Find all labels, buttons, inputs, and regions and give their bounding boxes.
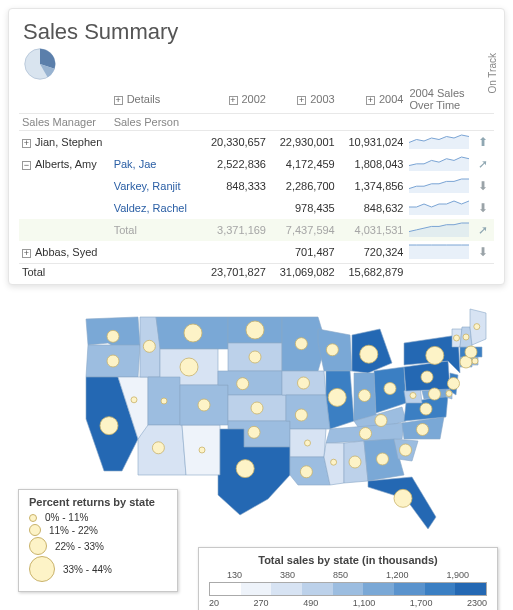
bubble-ca[interactable] [100,417,118,435]
legend-returns-row: 11% - 22% [29,524,167,536]
sales-person-link[interactable]: Varkey, Ranjit [114,180,181,192]
col-2003: 2003 [310,93,334,105]
bubble-mo[interactable] [295,409,307,421]
bubble-va[interactable] [420,403,432,415]
bubble-ma[interactable] [465,346,477,358]
bubble-ny[interactable] [426,346,444,364]
bubble-oh[interactable] [384,383,396,395]
bubble-in[interactable] [359,390,371,402]
bubble-tn[interactable] [360,428,372,440]
bubble-la[interactable] [300,466,312,478]
trend-arrow-icon: ➚ [475,219,494,241]
bubble-nm[interactable] [199,447,205,453]
sales-person-link[interactable]: Valdez, Rachel [114,202,187,214]
bubble-ia[interactable] [298,377,310,389]
cell-2004: 4,031,531 [338,219,407,241]
expand-row-icon[interactable]: − [22,161,31,170]
cell-2002: 20,330,657 [200,131,269,154]
bubble-wi[interactable] [326,344,338,356]
manager-name: Jian, Stephen [35,136,102,148]
cell-2004: 720,324 [338,241,407,264]
state-mo[interactable] [286,395,330,429]
bubble-pa[interactable] [421,371,433,383]
ramp-swatch [394,583,425,595]
expand-details-icon[interactable]: + [114,96,123,105]
bubble-wa[interactable] [107,330,119,342]
bubble-il[interactable] [328,388,346,406]
cell-2003: 2,286,700 [269,175,338,197]
legend-returns: Percent returns by state 0% - 11%11% - 2… [18,489,178,592]
bubble-az[interactable] [152,442,164,454]
bubble-ut[interactable] [161,398,167,404]
bubble-mt[interactable] [184,324,202,342]
bubble-tx[interactable] [236,460,254,478]
cell-2002 [200,241,269,264]
grand-total-label: Total [19,264,111,281]
bubble-ne[interactable] [237,378,249,390]
cell-2003: 4,172,459 [269,153,338,175]
bubble-or[interactable] [107,355,119,367]
trend-arrow-icon: ⬆ [475,131,494,154]
bubble-ga[interactable] [377,453,389,465]
table-row: +Abbas, Syed 701,487 720,324 ⬇ [19,241,494,264]
legend-bucket-label: 33% - 44% [63,564,112,575]
legend-bucket-label: 11% - 22% [49,525,98,536]
legend-returns-row: 0% - 11% [29,512,167,523]
ramp-swatch [425,583,456,595]
bubble-me[interactable] [474,324,480,330]
bubble-wv[interactable] [410,393,416,399]
bubble-ms[interactable] [331,459,337,465]
bubble-sc[interactable] [400,444,412,456]
bubble-co[interactable] [198,399,210,411]
expand-row-icon[interactable]: + [22,249,31,258]
bubble-wy[interactable] [180,358,198,376]
bubble-al[interactable] [349,456,361,468]
legend-sales-title: Total sales by state (in thousands) [209,554,487,566]
expand-2004-icon[interactable]: + [366,96,375,105]
bubble-nv[interactable] [131,397,137,403]
bubble-mn[interactable] [295,338,307,350]
expand-2003-icon[interactable]: + [297,96,306,105]
bubble-vt[interactable] [454,335,460,341]
ramp-swatch [210,583,241,595]
expand-row-icon[interactable]: + [22,139,31,148]
ramp-tick: 1,200 [386,570,409,580]
legend-bubble-icon [29,556,55,582]
sparkline [406,197,475,219]
manager-name: Alberts, Amy [35,158,97,170]
bubble-sd[interactable] [249,351,261,363]
color-ramp [209,582,487,596]
details-header: Details [127,93,161,105]
bubble-id[interactable] [143,340,155,352]
bubble-ok[interactable] [248,426,260,438]
bubble-ks[interactable] [251,402,263,414]
ramp-swatch [455,583,486,595]
trend-arrow-icon: ⬇ [475,175,494,197]
bubble-ar[interactable] [305,440,311,446]
bubble-de[interactable] [446,391,452,397]
ramp-tick: 270 [254,598,269,608]
cell-2003: 978,435 [269,197,338,219]
cell-2003: 7,437,594 [269,219,338,241]
bubble-nj[interactable] [448,378,460,390]
bubble-nc[interactable] [417,424,429,436]
trend-arrow-icon: ⬇ [475,197,494,219]
bubble-ri[interactable] [472,358,478,364]
sparkline [406,219,475,241]
bubble-fl[interactable] [394,489,412,507]
expand-2002-icon[interactable]: + [229,96,238,105]
col-overtime: 2004 Sales Over Time [406,85,475,114]
sales-person-link[interactable]: Pak, Jae [114,158,157,170]
bubble-nd[interactable] [246,321,264,339]
table-row: −Alberts, Amy Pak, Jae 2,522,836 4,172,4… [19,153,494,175]
bubble-nh[interactable] [463,334,469,340]
legend-returns-row: 22% - 33% [29,537,167,555]
bubble-md[interactable] [429,388,441,400]
bubble-ky[interactable] [375,415,387,427]
ramp-tick: 490 [303,598,318,608]
legend-bubble-icon [29,537,47,555]
ramp-swatch [363,583,394,595]
cell-2004: 1,374,856 [338,175,407,197]
bubble-mi[interactable] [360,345,378,363]
grand-2002: 23,701,827 [200,264,269,281]
